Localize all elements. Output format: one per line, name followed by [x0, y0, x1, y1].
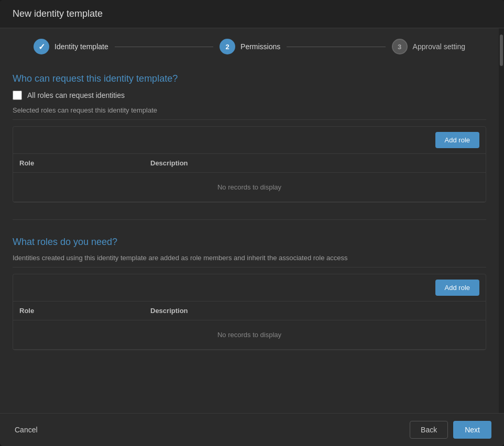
step-3-circle: 3 — [392, 39, 408, 54]
section1-col-role-header: Role — [19, 159, 150, 167]
modal-footer: Cancel Back Next — [0, 413, 504, 446]
section1-table-header: Role Description — [13, 154, 486, 173]
all-roles-label[interactable]: All roles can request identities — [27, 91, 125, 99]
section2-add-role-button[interactable]: Add role — [435, 280, 479, 296]
next-button[interactable]: Next — [453, 421, 491, 439]
section1-table-container: Add role Role Description No records to … — [13, 126, 486, 203]
section1-col-description-header: Description — [150, 159, 479, 167]
step-1-label: Identity template — [54, 42, 108, 51]
back-button[interactable]: Back — [410, 421, 448, 439]
step-2-label: Permissions — [240, 42, 280, 51]
modal-header: New identity template — [0, 0, 504, 28]
step-3-label: Approval setting — [413, 42, 465, 51]
footer-right: Back Next — [410, 421, 491, 439]
section2-col-role-header: Role — [19, 307, 150, 315]
step-2-circle: 2 — [220, 39, 235, 54]
section1-description: Selected roles can request this identity… — [13, 106, 486, 120]
section-what-roles: What roles do you need? Identities creat… — [13, 228, 486, 359]
modal-body: ✓ Identity template 2 Permissions 3 — [0, 28, 504, 413]
step-2-number: 2 — [225, 43, 229, 51]
scrollbar-track[interactable] — [499, 28, 504, 413]
step-connector-1 — [115, 47, 213, 47]
stepper: ✓ Identity template 2 Permissions 3 — [13, 28, 486, 65]
modal-title: New identity template — [13, 8, 491, 19]
content-area: ✓ Identity template 2 Permissions 3 — [0, 28, 499, 413]
scrollbar-thumb[interactable] — [500, 35, 503, 66]
footer-left: Cancel — [13, 421, 40, 438]
modal-container: New identity template ✓ Identity templat… — [0, 0, 504, 446]
section2-title: What roles do you need? — [13, 237, 486, 248]
checkmark-icon: ✓ — [38, 42, 45, 52]
all-roles-checkbox[interactable] — [13, 91, 22, 100]
step-identity-template: ✓ Identity template — [34, 39, 108, 54]
step-approval-setting: 3 Approval setting — [392, 39, 465, 54]
step-1-circle: ✓ — [34, 39, 49, 54]
section2-empty-message: No records to display — [13, 320, 486, 350]
all-roles-checkbox-row[interactable]: All roles can request identities — [13, 91, 486, 100]
section1-title: Who can request this identity template? — [13, 73, 486, 84]
section2-col-description-header: Description — [150, 307, 479, 315]
section2-toolbar: Add role — [13, 274, 486, 302]
section2-description: Identities created using this identity t… — [13, 254, 486, 267]
section-who-can-request: Who can request this identity template? … — [13, 65, 486, 211]
cancel-button[interactable]: Cancel — [13, 421, 40, 438]
step-permissions: 2 Permissions — [220, 39, 280, 54]
step-3-number: 3 — [398, 43, 401, 51]
section-divider — [13, 219, 486, 220]
section2-table-header: Role Description — [13, 302, 486, 320]
section1-empty-message: No records to display — [13, 173, 486, 202]
section1-toolbar: Add role — [13, 127, 486, 154]
section2-table-container: Add role Role Description No records to … — [13, 274, 486, 350]
section1-add-role-button[interactable]: Add role — [435, 132, 479, 148]
step-connector-2 — [287, 47, 385, 47]
